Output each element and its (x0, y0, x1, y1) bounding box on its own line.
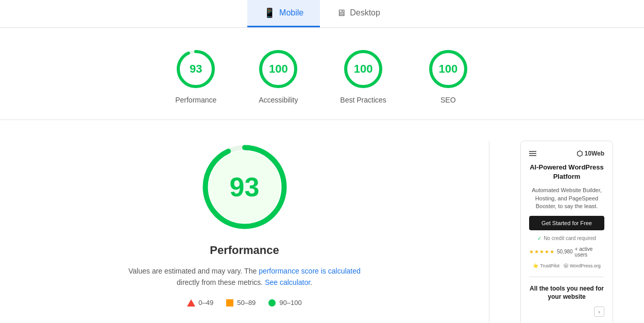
ad-divider (529, 277, 604, 277)
ad-stars: ★★★★★ 50,980 + active users (529, 246, 604, 258)
legend-range-red: 0–49 (198, 299, 213, 307)
desc-middle: directly from these metrics. (177, 278, 265, 286)
legend-range-orange: 50–89 (237, 299, 256, 307)
score-number-performance: 93 (190, 62, 202, 76)
score-number-seo: 100 (438, 62, 457, 76)
vertical-divider (489, 141, 489, 323)
score-circle-accessibility: 100 (258, 48, 299, 90)
score-circle-best-practices: 100 (343, 48, 384, 90)
left-panel: 93 Performance Values are estimated and … (31, 141, 458, 323)
score-item-performance: 93 Performance (175, 48, 216, 104)
score-item-best-practices: 100 Best Practices (340, 48, 386, 104)
ad-logo-text: 10Web (585, 150, 604, 157)
wordpress-icon: Ⓦ (564, 263, 568, 269)
score-number-best-practices: 100 (354, 62, 373, 76)
score-label-best-practices: Best Practices (340, 96, 386, 104)
tab-desktop[interactable]: 🖥 Desktop (320, 1, 397, 27)
tab-mobile-label: Mobile (279, 8, 303, 18)
large-gauge: 93 (198, 141, 291, 233)
ad-footer: › (529, 307, 604, 317)
ad-all-tools: All the tools you need for your website (529, 284, 604, 302)
legend-item-red: 0–49 (187, 299, 213, 307)
ad-panel: ⬡ 10Web AI-Powered WordPress Platform Au… (520, 141, 613, 323)
legend-item-orange: 50–89 (226, 299, 256, 307)
desc-prefix: Values are estimated and may vary. The (128, 267, 259, 275)
score-circle-performance: 93 (175, 48, 216, 90)
ad-no-card: ✓ No credit card required (529, 235, 604, 241)
stars-suffix: + active users (575, 246, 604, 258)
trustpilot-icon: ⭐ (533, 263, 538, 268)
wordpress-badge: Ⓦ WordPress.org (564, 263, 601, 269)
circle-icon (268, 299, 276, 307)
score-number-accessibility: 100 (269, 62, 288, 76)
score-label-performance: Performance (175, 96, 216, 104)
ad-no-card-text: No credit card required (544, 235, 596, 241)
stars-count: 50,980 (557, 249, 573, 254)
score-circle-seo: 100 (428, 48, 469, 90)
calculator-link[interactable]: See calculator (265, 278, 310, 286)
score-label-accessibility: Accessibility (259, 96, 298, 104)
legend: 0–49 50–89 90–100 (187, 299, 301, 307)
legend-item-green: 90–100 (268, 299, 301, 307)
mobile-icon: 📱 (264, 7, 275, 19)
ad-logo-icon: ⬡ (577, 149, 583, 158)
wordpress-text: WordPress.org (570, 263, 601, 268)
ad-panel-header: ⬡ 10Web (529, 149, 604, 158)
desktop-icon: 🖥 (336, 8, 346, 19)
perf-score-link[interactable]: performance score is calculated (259, 267, 361, 275)
ad-logo: ⬡ 10Web (577, 149, 604, 158)
ad-title: AI-Powered WordPress Platform (529, 163, 604, 181)
trustpilot-badge: ⭐ TrustPilot (533, 263, 560, 268)
checkmark-icon: ✓ (537, 235, 541, 241)
score-label-seo: SEO (440, 96, 456, 104)
scores-section: 93 Performance 100 Accessibility 100 Bes… (0, 28, 644, 120)
gauge-description: Values are estimated and may vary. The p… (121, 265, 368, 288)
legend-range-green: 90–100 (279, 299, 301, 307)
large-gauge-inner: 93 (209, 151, 281, 223)
gauge-title: Performance (210, 244, 279, 257)
ad-trust: ⭐ TrustPilot Ⓦ WordPress.org (529, 263, 604, 269)
ad-arrow-button[interactable]: › (594, 307, 604, 317)
score-item-seo: 100 SEO (428, 48, 469, 104)
ad-subtitle: Automated Website Builder, Hosting, and … (529, 186, 604, 210)
triangle-icon (187, 299, 195, 307)
ad-cta-button[interactable]: Get Started for Free (529, 216, 604, 230)
tab-mobile[interactable]: 📱 Mobile (247, 0, 320, 27)
large-gauge-number: 93 (230, 172, 260, 202)
desc-period: . (310, 278, 312, 286)
tab-desktop-label: Desktop (350, 8, 380, 18)
score-item-accessibility: 100 Accessibility (258, 48, 299, 104)
hamburger-menu[interactable] (529, 151, 536, 156)
trustpilot-text: TrustPilot (540, 263, 560, 268)
main-content: 93 Performance Values are estimated and … (0, 120, 644, 323)
square-icon (226, 299, 234, 307)
tab-bar: 📱 Mobile 🖥 Desktop (0, 0, 644, 28)
stars-icon: ★★★★★ (529, 249, 555, 254)
